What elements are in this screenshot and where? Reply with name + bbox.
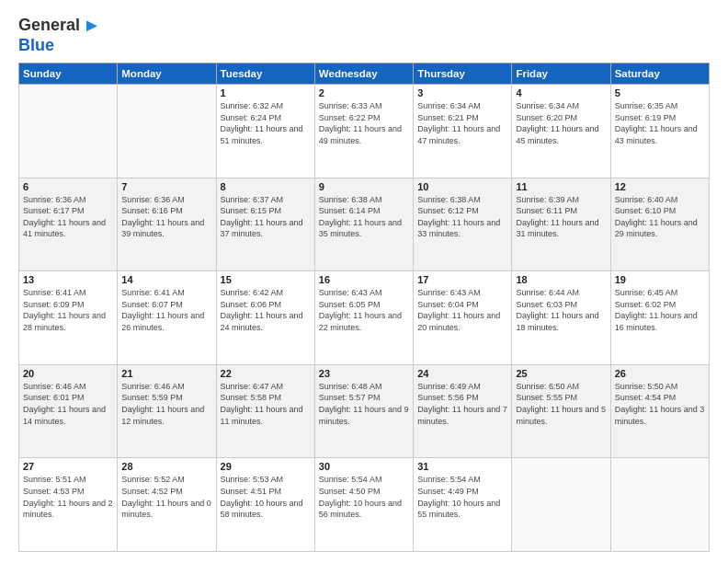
day-number: 12 bbox=[615, 181, 705, 192]
calendar-cell: 16Sunrise: 6:43 AM Sunset: 6:05 PM Dayli… bbox=[314, 271, 413, 365]
weekday-header: Thursday bbox=[414, 63, 512, 85]
day-number: 6 bbox=[23, 181, 113, 192]
day-number: 15 bbox=[221, 274, 311, 285]
day-info: Sunrise: 6:45 AM Sunset: 6:02 PM Dayligh… bbox=[615, 287, 705, 333]
logo: General ► Blue bbox=[18, 15, 101, 55]
calendar-cell: 17Sunrise: 6:43 AM Sunset: 6:04 PM Dayli… bbox=[414, 271, 512, 365]
day-number: 30 bbox=[319, 461, 409, 472]
day-info: Sunrise: 6:49 AM Sunset: 5:56 PM Dayligh… bbox=[417, 381, 507, 427]
day-number: 8 bbox=[221, 181, 311, 192]
day-number: 4 bbox=[516, 87, 606, 98]
header: General ► Blue bbox=[18, 15, 710, 55]
day-number: 16 bbox=[319, 274, 409, 285]
day-number: 7 bbox=[121, 181, 211, 192]
calendar-cell: 5Sunrise: 6:35 AM Sunset: 6:19 PM Daylig… bbox=[610, 85, 709, 178]
calendar-week-row: 27Sunrise: 5:51 AM Sunset: 4:53 PM Dayli… bbox=[19, 458, 710, 552]
day-info: Sunrise: 6:41 AM Sunset: 6:07 PM Dayligh… bbox=[121, 287, 211, 333]
calendar-cell bbox=[512, 458, 610, 552]
day-info: Sunrise: 6:46 AM Sunset: 5:59 PM Dayligh… bbox=[121, 381, 211, 427]
calendar-week-row: 1Sunrise: 6:32 AM Sunset: 6:24 PM Daylig… bbox=[19, 85, 710, 178]
day-info: Sunrise: 6:41 AM Sunset: 6:09 PM Dayligh… bbox=[23, 287, 113, 333]
day-number: 23 bbox=[319, 368, 409, 379]
day-number: 27 bbox=[23, 461, 113, 472]
calendar-cell: 6Sunrise: 6:36 AM Sunset: 6:17 PM Daylig… bbox=[19, 178, 118, 271]
day-info: Sunrise: 6:39 AM Sunset: 6:11 PM Dayligh… bbox=[516, 194, 606, 240]
day-info: Sunrise: 6:47 AM Sunset: 5:58 PM Dayligh… bbox=[221, 381, 311, 427]
day-info: Sunrise: 6:44 AM Sunset: 6:03 PM Dayligh… bbox=[516, 287, 606, 333]
day-number: 19 bbox=[615, 274, 705, 285]
calendar-cell: 30Sunrise: 5:54 AM Sunset: 4:50 PM Dayli… bbox=[314, 458, 413, 552]
day-info: Sunrise: 6:35 AM Sunset: 6:19 PM Dayligh… bbox=[615, 100, 705, 146]
day-info: Sunrise: 6:46 AM Sunset: 6:01 PM Dayligh… bbox=[23, 381, 113, 427]
day-info: Sunrise: 5:54 AM Sunset: 4:50 PM Dayligh… bbox=[319, 474, 409, 520]
calendar-cell: 13Sunrise: 6:41 AM Sunset: 6:09 PM Dayli… bbox=[19, 271, 118, 365]
day-info: Sunrise: 6:38 AM Sunset: 6:12 PM Dayligh… bbox=[417, 194, 507, 240]
day-number: 9 bbox=[319, 181, 409, 192]
calendar-cell: 22Sunrise: 6:47 AM Sunset: 5:58 PM Dayli… bbox=[216, 364, 314, 458]
weekday-header: Saturday bbox=[610, 63, 709, 85]
calendar-cell bbox=[19, 85, 118, 178]
calendar-cell: 15Sunrise: 6:42 AM Sunset: 6:06 PM Dayli… bbox=[216, 271, 314, 365]
calendar-cell: 14Sunrise: 6:41 AM Sunset: 6:07 PM Dayli… bbox=[118, 271, 216, 365]
calendar-cell: 18Sunrise: 6:44 AM Sunset: 6:03 PM Dayli… bbox=[512, 271, 610, 365]
day-number: 18 bbox=[516, 274, 606, 285]
calendar-cell: 9Sunrise: 6:38 AM Sunset: 6:14 PM Daylig… bbox=[314, 178, 413, 271]
calendar-cell: 23Sunrise: 6:48 AM Sunset: 5:57 PM Dayli… bbox=[314, 364, 413, 458]
day-number: 22 bbox=[221, 368, 311, 379]
day-number: 20 bbox=[23, 368, 113, 379]
day-info: Sunrise: 6:50 AM Sunset: 5:55 PM Dayligh… bbox=[516, 381, 606, 427]
day-number: 21 bbox=[121, 368, 211, 379]
calendar-cell: 2Sunrise: 6:33 AM Sunset: 6:22 PM Daylig… bbox=[314, 85, 413, 178]
day-number: 25 bbox=[516, 368, 606, 379]
calendar-cell: 1Sunrise: 6:32 AM Sunset: 6:24 PM Daylig… bbox=[216, 85, 314, 178]
calendar-cell: 19Sunrise: 6:45 AM Sunset: 6:02 PM Dayli… bbox=[610, 271, 709, 365]
day-info: Sunrise: 5:54 AM Sunset: 4:49 PM Dayligh… bbox=[417, 474, 507, 520]
calendar-week-row: 20Sunrise: 6:46 AM Sunset: 6:01 PM Dayli… bbox=[19, 364, 710, 458]
calendar-header-row: SundayMondayTuesdayWednesdayThursdayFrid… bbox=[19, 63, 710, 85]
day-number: 1 bbox=[221, 87, 311, 98]
logo-blue: Blue bbox=[18, 36, 54, 54]
calendar-cell bbox=[118, 85, 216, 178]
day-info: Sunrise: 6:36 AM Sunset: 6:17 PM Dayligh… bbox=[23, 194, 113, 240]
day-info: Sunrise: 6:32 AM Sunset: 6:24 PM Dayligh… bbox=[221, 100, 311, 146]
day-number: 31 bbox=[417, 461, 507, 472]
calendar-cell: 26Sunrise: 5:50 AM Sunset: 4:54 PM Dayli… bbox=[610, 364, 709, 458]
day-info: Sunrise: 6:42 AM Sunset: 6:06 PM Dayligh… bbox=[221, 287, 311, 333]
calendar-cell: 4Sunrise: 6:34 AM Sunset: 6:20 PM Daylig… bbox=[512, 85, 610, 178]
day-number: 2 bbox=[319, 87, 409, 98]
day-info: Sunrise: 6:37 AM Sunset: 6:15 PM Dayligh… bbox=[221, 194, 311, 240]
day-number: 29 bbox=[221, 461, 311, 472]
weekday-header: Friday bbox=[512, 63, 610, 85]
calendar-cell: 27Sunrise: 5:51 AM Sunset: 4:53 PM Dayli… bbox=[19, 458, 118, 552]
day-info: Sunrise: 6:38 AM Sunset: 6:14 PM Dayligh… bbox=[319, 194, 409, 240]
calendar-cell: 10Sunrise: 6:38 AM Sunset: 6:12 PM Dayli… bbox=[414, 178, 512, 271]
calendar-cell: 29Sunrise: 5:53 AM Sunset: 4:51 PM Dayli… bbox=[216, 458, 314, 552]
calendar-cell: 28Sunrise: 5:52 AM Sunset: 4:52 PM Dayli… bbox=[118, 458, 216, 552]
day-info: Sunrise: 6:43 AM Sunset: 6:04 PM Dayligh… bbox=[417, 287, 507, 333]
day-info: Sunrise: 5:52 AM Sunset: 4:52 PM Dayligh… bbox=[121, 474, 211, 520]
day-info: Sunrise: 6:40 AM Sunset: 6:10 PM Dayligh… bbox=[615, 194, 705, 240]
day-number: 26 bbox=[615, 368, 705, 379]
day-number: 17 bbox=[417, 274, 507, 285]
logo-general: General bbox=[18, 16, 80, 35]
weekday-header: Sunday bbox=[19, 63, 118, 85]
day-info: Sunrise: 5:51 AM Sunset: 4:53 PM Dayligh… bbox=[23, 474, 113, 520]
calendar-cell: 3Sunrise: 6:34 AM Sunset: 6:21 PM Daylig… bbox=[414, 85, 512, 178]
day-info: Sunrise: 6:43 AM Sunset: 6:05 PM Dayligh… bbox=[319, 287, 409, 333]
calendar-cell: 31Sunrise: 5:54 AM Sunset: 4:49 PM Dayli… bbox=[414, 458, 512, 552]
day-info: Sunrise: 6:34 AM Sunset: 6:20 PM Dayligh… bbox=[516, 100, 606, 146]
calendar-cell: 8Sunrise: 6:37 AM Sunset: 6:15 PM Daylig… bbox=[216, 178, 314, 271]
weekday-header: Monday bbox=[118, 63, 216, 85]
day-info: Sunrise: 6:48 AM Sunset: 5:57 PM Dayligh… bbox=[319, 381, 409, 427]
day-info: Sunrise: 6:36 AM Sunset: 6:16 PM Dayligh… bbox=[121, 194, 211, 240]
calendar-cell bbox=[610, 458, 709, 552]
day-number: 3 bbox=[417, 87, 507, 98]
day-info: Sunrise: 6:33 AM Sunset: 6:22 PM Dayligh… bbox=[319, 100, 409, 146]
calendar-table: SundayMondayTuesdayWednesdayThursdayFrid… bbox=[18, 63, 710, 552]
day-number: 24 bbox=[417, 368, 507, 379]
day-number: 5 bbox=[615, 87, 705, 98]
calendar-week-row: 13Sunrise: 6:41 AM Sunset: 6:09 PM Dayli… bbox=[19, 271, 710, 365]
day-info: Sunrise: 6:34 AM Sunset: 6:21 PM Dayligh… bbox=[417, 100, 507, 146]
calendar-cell: 20Sunrise: 6:46 AM Sunset: 6:01 PM Dayli… bbox=[19, 364, 118, 458]
day-number: 28 bbox=[121, 461, 211, 472]
